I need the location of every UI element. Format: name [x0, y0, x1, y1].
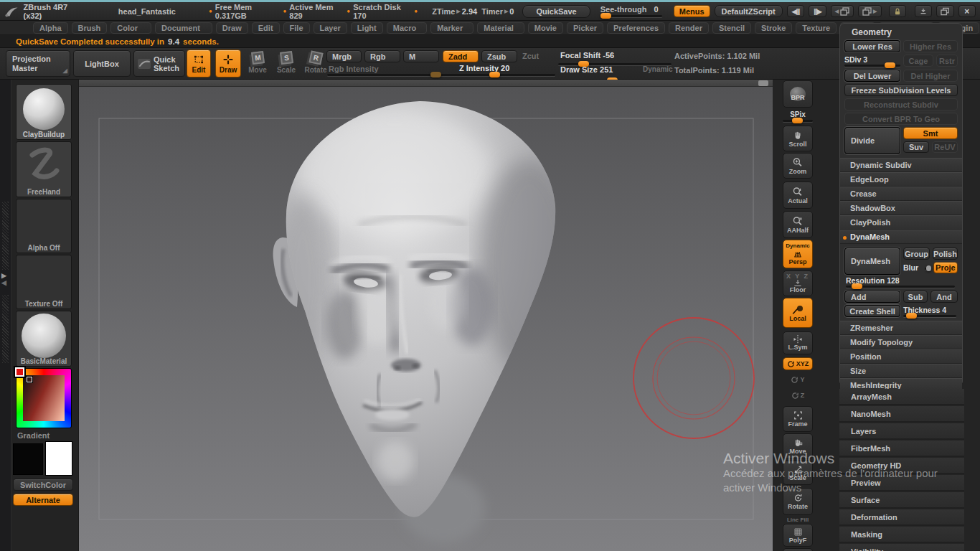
floor-button[interactable]: X Y Z Floor — [783, 270, 813, 296]
section-nanomesh[interactable]: NanoMesh — [839, 406, 964, 423]
scale-tool[interactable]: S Scale — [273, 52, 299, 74]
scroll-left-button[interactable]: ◀||| — [787, 5, 804, 17]
tray-divider-handle[interactable]: ▶◀ — [1, 272, 6, 286]
menus-button[interactable]: Menus — [674, 5, 710, 17]
menu-light[interactable]: Light — [351, 22, 383, 34]
menu-material[interactable]: Material — [477, 22, 524, 34]
mrgb-button[interactable]: Mrgb — [326, 50, 362, 62]
create-shell-button[interactable]: Create Shell — [844, 305, 900, 317]
bpr-button[interactable]: BPR — [783, 80, 813, 108]
rgb-intensity-knob[interactable] — [430, 72, 441, 77]
rotate-y-button[interactable]: Y — [783, 373, 813, 386]
spix-slider[interactable]: SPix — [783, 110, 813, 122]
restore-button[interactable] — [936, 5, 953, 17]
menu-alpha[interactable]: Alpha — [33, 22, 68, 34]
move-tool[interactable]: M Move — [245, 52, 270, 74]
zsub-button[interactable]: Zsub — [481, 50, 517, 62]
quick-sketch-button[interactable]: Quick Sketch — [133, 50, 185, 77]
m-button[interactable]: M — [403, 50, 439, 62]
see-through-slider[interactable]: See-through0 — [600, 5, 662, 17]
color-picker[interactable] — [16, 368, 72, 428]
cage-button[interactable]: Cage — [903, 55, 933, 67]
smt-button[interactable]: Smt — [903, 127, 958, 139]
rgb-button[interactable]: Rgb — [364, 50, 400, 62]
blur-knob[interactable] — [926, 265, 931, 271]
section-size[interactable]: Size — [840, 364, 962, 378]
menu-render[interactable]: Render — [669, 22, 709, 34]
menu-file[interactable]: File — [283, 22, 310, 34]
lock-button[interactable] — [889, 5, 906, 17]
del-higher-button[interactable]: Del Higher — [903, 70, 958, 82]
del-lower-button[interactable]: Del Lower — [844, 70, 900, 82]
thickness-slider[interactable]: Thickness 4 — [903, 305, 956, 318]
lower-res-button[interactable]: Lower Res — [844, 40, 900, 52]
reconstruct-subdiv-button[interactable]: Reconstruct Subdiv — [844, 98, 958, 110]
group-button[interactable]: Group — [903, 248, 930, 260]
dynamesh-button[interactable]: DynaMesh — [844, 248, 900, 275]
section-position[interactable]: Position — [840, 349, 962, 364]
rstr-button[interactable]: Rstr — [936, 55, 958, 67]
menu-texture[interactable]: Texture — [796, 22, 837, 34]
line-fill-label[interactable]: Line Fill — [783, 517, 813, 523]
texture-thumbnail[interactable]: Texture Off — [16, 255, 72, 309]
document-canvas[interactable] — [79, 80, 773, 551]
section-edgeloop[interactable]: EdgeLoop — [840, 172, 962, 187]
polish-button[interactable]: Polish — [933, 248, 958, 260]
rotate-z-button[interactable]: Z — [783, 389, 813, 402]
sdiv-slider[interactable]: SDiv 3 — [844, 55, 900, 67]
draw-button[interactable]: Draw — [215, 50, 241, 77]
menu-color[interactable]: Color — [110, 22, 151, 34]
section-layers[interactable]: Layers — [839, 423, 964, 440]
rotate-tool[interactable]: R Rotate — [301, 52, 330, 74]
sdiv-knob[interactable] — [885, 62, 895, 68]
section-surface[interactable]: Surface — [839, 492, 964, 509]
current-brush-thumbnail[interactable]: ClayBuildup — [16, 84, 72, 140]
section-deformation[interactable]: Deformation — [839, 509, 964, 526]
menu-stencil[interactable]: Stencil — [712, 22, 751, 34]
scroll-texture[interactable] — [2, 295, 9, 363]
resolution-slider[interactable]: Resolution 128 — [846, 277, 958, 288]
zoom-button[interactable]: Zoom — [783, 153, 813, 179]
local-button[interactable]: Local — [783, 298, 813, 328]
canvas-scroll-thumb[interactable] — [758, 80, 768, 86]
menu-movie[interactable]: Movie — [528, 22, 563, 34]
current-stroke-thumbnail[interactable]: FreeHand — [16, 141, 72, 197]
canvas-scrollbar[interactable] — [79, 80, 773, 87]
secondary-color-swatch[interactable] — [46, 442, 72, 475]
higher-res-button[interactable]: Higher Res — [903, 40, 958, 52]
zcut-button[interactable]: Zcut — [522, 52, 539, 60]
section-modify-topology[interactable]: Modify Topology — [840, 335, 962, 349]
default-zscript-button[interactable]: DefaultZScript — [715, 5, 783, 17]
sub-button[interactable]: Sub — [903, 291, 928, 303]
section-preview[interactable]: Preview — [839, 475, 964, 491]
section-fibermesh[interactable]: FiberMesh — [839, 441, 964, 457]
menu-draw[interactable]: Draw — [216, 22, 248, 34]
convert-bpr-button[interactable]: Convert BPR To Geo — [844, 113, 958, 125]
menu-edit[interactable]: Edit — [252, 22, 280, 34]
dynamic-label[interactable]: Dynamic — [643, 65, 673, 73]
section-shadowbox[interactable]: ShadowBox — [840, 201, 962, 215]
section-dynamesh[interactable]: DynaMesh — [840, 230, 962, 244]
resolution-knob[interactable] — [852, 283, 862, 289]
quicksave-button[interactable]: QuickSave — [522, 5, 590, 18]
blur-slider[interactable]: Blur — [903, 264, 923, 271]
saturation-marker[interactable] — [27, 377, 32, 382]
scroll-button[interactable]: Scroll — [783, 126, 813, 151]
section-visibility[interactable]: Visibility — [839, 544, 964, 551]
frame-button[interactable]: Frame — [783, 406, 813, 432]
switch-color-button[interactable]: SwitchColor — [13, 479, 73, 491]
freeze-subdivision-button[interactable]: Freeze SubDivision Levels — [844, 84, 958, 96]
menu-marker[interactable]: Marker — [430, 22, 473, 34]
section-arraymesh[interactable]: ArrayMesh — [839, 389, 964, 405]
divider-right-button[interactable]: ▶ — [858, 5, 881, 17]
alternate-button[interactable]: Alternate — [13, 494, 73, 506]
menu-macro[interactable]: Macro — [387, 22, 427, 34]
thickness-knob[interactable] — [906, 313, 917, 319]
rotate-strip-button[interactable]: Rotate — [783, 488, 813, 515]
minimize-button[interactable] — [915, 5, 932, 17]
close-button[interactable]: × — [958, 5, 976, 17]
hue-marker[interactable] — [15, 367, 24, 377]
see-through-knob[interactable] — [600, 13, 611, 19]
project-button[interactable]: Proje — [933, 262, 958, 273]
menu-layer[interactable]: Layer — [314, 22, 347, 34]
